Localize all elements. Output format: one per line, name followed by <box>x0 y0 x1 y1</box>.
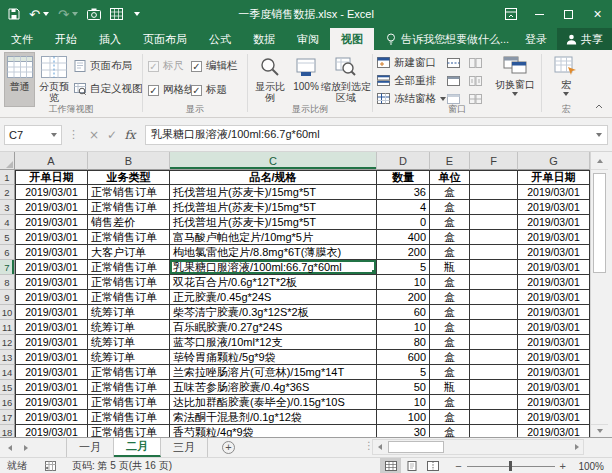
cell-F9[interactable] <box>470 290 518 305</box>
cell-E12[interactable]: 盒 <box>430 335 470 350</box>
cell-A8[interactable]: 2019/03/01 <box>15 275 88 290</box>
select-all-corner[interactable] <box>0 152 15 170</box>
gridlines-checkbox[interactable]: ✓ 网格线 <box>148 83 195 97</box>
row-header-17[interactable]: 17 <box>0 410 15 425</box>
row-header-13[interactable]: 13 <box>0 350 15 365</box>
vertical-scrollbar[interactable] <box>590 152 608 437</box>
cell-B4[interactable]: 销售差价 <box>88 215 170 230</box>
formula-bar-splitter[interactable]: ⋮ <box>68 128 79 141</box>
page-layout-view-button[interactable]: 页面布局 <box>74 57 132 74</box>
row-header-11[interactable]: 11 <box>0 320 15 335</box>
cell-C10[interactable]: 柴芩清宁胶囊/0.3g*12S*2板 <box>170 305 377 320</box>
cell-C16[interactable]: 达比加群酯胶囊(泰毕全)/0.15g*10S <box>170 395 377 410</box>
cell-F3[interactable] <box>470 200 518 215</box>
camera-icon[interactable] <box>87 8 101 20</box>
maximize-icon[interactable] <box>554 0 583 28</box>
cell-C11[interactable]: 百乐眠胶囊/0.27g*24S <box>170 320 377 335</box>
zoom-slider-thumb[interactable] <box>509 461 512 471</box>
tab-page-layout[interactable]: 页面布局 <box>132 28 198 50</box>
cell-F15[interactable] <box>470 380 518 395</box>
cell-F17[interactable] <box>470 410 518 425</box>
cell-A18[interactable]: 2019/03/01 <box>15 425 88 437</box>
cell-F14[interactable] <box>470 365 518 380</box>
cell-C13[interactable]: 荜铃胃痛颗粒/5g*9袋 <box>170 350 377 365</box>
cell-B14[interactable]: 正常销售订单 <box>88 365 170 380</box>
cell-E8[interactable]: 盒 <box>430 275 470 290</box>
horizontal-scrollbar-thumb[interactable] <box>388 441 444 453</box>
cell-C8[interactable]: 双花百合片/0.6g*12T*2板 <box>170 275 377 290</box>
cell-E9[interactable]: 盒 <box>430 290 470 305</box>
cell-E2[interactable]: 盒 <box>430 185 470 200</box>
cell-D15[interactable]: 50 <box>377 380 430 395</box>
formula-bar-checkbox[interactable]: ✓ 编辑栏 <box>191 59 238 73</box>
cell-E4[interactable]: 盒 <box>430 215 470 230</box>
cell-G13[interactable]: 2019/03/01 <box>518 350 590 365</box>
row-header-3[interactable]: 3 <box>0 200 15 215</box>
cell-C12[interactable]: 蓝芩口服液/10ml*12支 <box>170 335 377 350</box>
name-box-dropdown-icon[interactable] <box>51 133 57 137</box>
cell-E6[interactable]: 盒 <box>430 245 470 260</box>
cell-A11[interactable]: 2019/03/01 <box>15 320 88 335</box>
scroll-left-icon[interactable] <box>373 440 386 454</box>
hide-window-button[interactable] <box>447 72 460 89</box>
formula-input[interactable]: 乳果糖口服溶液/100ml:66.7g*60ml <box>145 125 590 145</box>
custom-views-button[interactable]: 自定义视图 <box>74 80 143 97</box>
cell-A13[interactable]: 2019/03/01 <box>15 350 88 365</box>
redo-icon[interactable]: ↷ <box>58 8 69 21</box>
tab-data[interactable]: 数据 <box>242 28 286 50</box>
cell-D5[interactable]: 400 <box>377 230 430 245</box>
cell-D2[interactable]: 36 <box>377 185 430 200</box>
cell-E7[interactable]: 瓶 <box>430 260 470 275</box>
cell-F7[interactable] <box>470 260 518 275</box>
cell-D14[interactable]: 5 <box>377 365 430 380</box>
cell-F5[interactable] <box>470 230 518 245</box>
cell-C1[interactable]: 品名/规格 <box>170 170 377 185</box>
zoom-slider[interactable] <box>467 458 555 473</box>
new-sheet-button[interactable]: + <box>222 441 235 454</box>
cell-G10[interactable]: 2019/03/01 <box>518 305 590 320</box>
cell-B13[interactable]: 统筹订单 <box>88 350 170 365</box>
column-header-C[interactable]: C <box>170 152 377 170</box>
cell-B2[interactable]: 正常销售订单 <box>88 185 170 200</box>
macro-record-icon[interactable] <box>45 461 56 471</box>
cell-C4[interactable]: 托伐普坦片(苏麦卡)/15mg*5T <box>170 215 377 230</box>
cell-F11[interactable] <box>470 320 518 335</box>
cell-A5[interactable]: 2019/03/01 <box>15 230 88 245</box>
cell-A9[interactable]: 2019/03/01 <box>15 290 88 305</box>
cell-C14[interactable]: 兰索拉唑肠溶片(可意林)/15mg*14T <box>170 365 377 380</box>
view-side-by-side-button[interactable] <box>469 54 482 71</box>
cell-F12[interactable] <box>470 335 518 350</box>
cell-G11[interactable]: 2019/03/01 <box>518 320 590 335</box>
tab-review[interactable]: 审阅 <box>286 28 330 50</box>
cell-E11[interactable]: 盒 <box>430 320 470 335</box>
cell-C18[interactable]: 香芍颗粒/4g*9袋 <box>170 425 377 437</box>
switch-windows-button[interactable]: 切换窗口 <box>493 52 537 107</box>
cell-E13[interactable]: 盒 <box>430 350 470 365</box>
cell-C2[interactable]: 托伐普坦片(苏麦卡)/15mg*5T <box>170 185 377 200</box>
column-header-B[interactable]: B <box>88 152 170 170</box>
scroll-down-icon[interactable] <box>591 424 608 437</box>
cell-F4[interactable] <box>470 215 518 230</box>
tab-formulas[interactable]: 公式 <box>198 28 242 50</box>
cell-E1[interactable]: 单位 <box>430 170 470 185</box>
row-header-18[interactable]: 18 <box>0 425 15 437</box>
macros-button[interactable]: 宏 <box>548 52 584 107</box>
cell-A6[interactable]: 2019/03/01 <box>15 245 88 260</box>
cell-B12[interactable]: 统筹订单 <box>88 335 170 350</box>
cell-A2[interactable]: 2019/03/01 <box>15 185 88 200</box>
undo-dropdown-icon[interactable] <box>43 12 49 16</box>
cell-D10[interactable]: 60 <box>377 305 430 320</box>
cell-E10[interactable]: 盒 <box>430 305 470 320</box>
row-header-14[interactable]: 14 <box>0 365 15 380</box>
row-header-5[interactable]: 5 <box>0 230 15 245</box>
cell-A1[interactable]: 开单日期 <box>15 170 88 185</box>
redo-dropdown-icon[interactable] <box>72 12 78 16</box>
headings-checkbox[interactable]: ✓ 标题 <box>191 83 227 97</box>
column-header-F[interactable]: F <box>470 152 518 170</box>
zoom-level[interactable]: 100% <box>570 461 604 472</box>
cell-B17[interactable]: 正常销售订单 <box>88 410 170 425</box>
cell-D3[interactable]: 4 <box>377 200 430 215</box>
cell-A17[interactable]: 2019/03/01 <box>15 410 88 425</box>
cell-G14[interactable]: 2019/03/01 <box>518 365 590 380</box>
column-header-G[interactable]: G <box>518 152 590 170</box>
